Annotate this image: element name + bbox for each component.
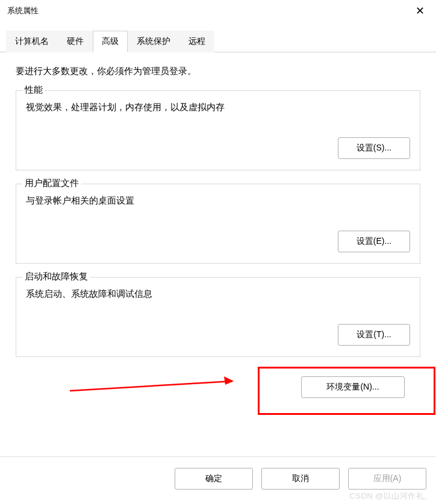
window-title: 系统属性 (7, 5, 39, 16)
title-bar: 系统属性 ✕ (0, 0, 436, 22)
startup-desc: 系统启动、系统故障和调试信息 (26, 288, 410, 300)
user-profile-section: 用户配置文件 与登录帐户相关的桌面设置 设置(E)... (16, 184, 420, 264)
startup-legend: 启动和故障恢复 (22, 271, 90, 282)
tab-content: 要进行大多数更改，你必须作为管理员登录。 性能 视觉效果，处理器计划，内存使用，… (0, 52, 436, 408)
performance-legend: 性能 (22, 84, 45, 96)
apply-button[interactable]: 应用(A) (348, 468, 426, 490)
startup-settings-button[interactable]: 设置(T)... (338, 324, 410, 346)
tab-hardware[interactable]: 硬件 (58, 31, 93, 52)
tab-computer-name[interactable]: 计算机名 (6, 31, 58, 52)
env-var-row: 环境变量(N)... (16, 370, 420, 402)
dialog-buttons: 确定 取消 应用(A) (175, 468, 426, 490)
tab-advanced[interactable]: 高级 (93, 31, 128, 52)
performance-desc: 视觉效果，处理器计划，内存使用，以及虚拟内存 (26, 102, 410, 113)
tab-strip: 计算机名 硬件 高级 系统保护 远程 (0, 30, 436, 52)
performance-settings-button[interactable]: 设置(S)... (338, 137, 410, 159)
user-profile-desc: 与登录帐户相关的桌面设置 (26, 195, 410, 207)
cancel-button[interactable]: 取消 (261, 468, 340, 490)
tab-system-protection[interactable]: 系统保护 (128, 31, 179, 52)
separator (0, 456, 436, 457)
ok-button[interactable]: 确定 (175, 468, 253, 490)
environment-variables-button[interactable]: 环境变量(N)... (301, 376, 405, 398)
performance-section: 性能 视觉效果，处理器计划，内存使用，以及虚拟内存 设置(S)... (16, 90, 420, 170)
startup-recovery-section: 启动和故障恢复 系统启动、系统故障和调试信息 设置(T)... (16, 277, 420, 357)
admin-notice: 要进行大多数更改，你必须作为管理员登录。 (16, 66, 420, 77)
user-profile-legend: 用户配置文件 (22, 178, 81, 189)
tab-remote[interactable]: 远程 (179, 31, 214, 52)
user-profile-settings-button[interactable]: 设置(E)... (338, 231, 410, 252)
close-icon[interactable]: ✕ (411, 2, 429, 20)
watermark: CSDN @以山河作礼。 (349, 491, 432, 502)
